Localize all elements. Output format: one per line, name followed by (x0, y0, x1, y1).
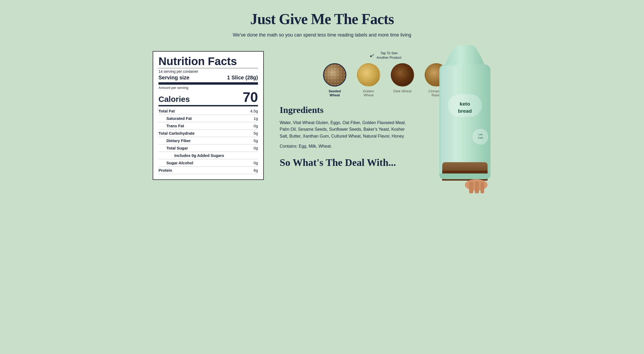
tap-hint: ↙ Tap To See Another Product (370, 51, 401, 60)
nutrition-row-value: 0g (253, 124, 258, 128)
amount-per-serving: Amount per serving (158, 86, 258, 90)
nutrition-row-value: 5g (253, 131, 258, 135)
nutrition-row: Total Fat4.5g (158, 107, 258, 115)
nutrition-row-label: Saturated Fat (166, 116, 192, 121)
product-label-dark: Dark Wheat (393, 89, 412, 93)
nutrition-row-label: Trans Fat (166, 124, 184, 128)
nutrition-row: Protein6g (158, 167, 258, 174)
nutrition-row: Dietary Fiber5g (158, 137, 258, 144)
nutrition-row-label: Dietary Fiber (166, 138, 191, 143)
calories-row: Calories 70 (158, 90, 258, 104)
product-item-golden[interactable]: Golden Wheat (357, 63, 380, 97)
nutrition-facts-title: Nutrition Facts (158, 56, 258, 67)
thick-divider-1 (158, 82, 258, 85)
main-content: Nutrition Facts 14 serving per container… (153, 51, 491, 180)
product-circle-golden (357, 63, 380, 87)
svg-rect-1 (441, 66, 458, 176)
nutrition-row-value: 0g (253, 161, 258, 165)
product-circle-seeded (323, 63, 346, 87)
calories-value: 70 (243, 90, 258, 104)
nutrition-row-label: Total Sugar (166, 146, 188, 150)
nutrition-row: Trans Fat0g (158, 122, 258, 130)
servings-per-container: 14 serving per container (158, 69, 258, 74)
tap-arrow-icon: ↙ (369, 52, 375, 60)
calories-label: Calories (158, 95, 190, 104)
nutrition-row-label: Includes 0g Added Sugars (174, 153, 224, 158)
product-label-golden: Golden Wheat (363, 89, 374, 97)
nutrition-row-label: Total Fat (158, 109, 175, 113)
page-subtitle: We've done the math so you can spend les… (153, 32, 491, 38)
nutrition-row-value: 0g (253, 146, 258, 150)
serving-size-value: 1 Slice (28g) (227, 75, 258, 81)
svg-rect-13 (480, 182, 484, 193)
nutrition-row: Total Carbohydrate5g (158, 130, 258, 137)
nutrition-row: Saturated Fat1g (158, 115, 258, 122)
bread-bag-svg: keto bread Low Carb (423, 43, 507, 202)
product-image-container: keto bread Low Carb (423, 43, 507, 202)
svg-text:keto: keto (460, 101, 470, 107)
svg-rect-11 (469, 182, 473, 193)
nutrition-panel: Nutrition Facts 14 serving per container… (153, 51, 264, 180)
nutrition-row-label: Protein (158, 168, 172, 173)
serving-size-row: Serving size 1 Slice (28g) (158, 75, 258, 81)
svg-rect-12 (475, 181, 479, 193)
nutrition-row: Total Sugar0g (158, 144, 258, 152)
svg-text:bread: bread (458, 108, 472, 114)
page-title: Just Give Me The Facts (153, 11, 491, 28)
nutrition-row-value: 5g (253, 138, 258, 143)
tap-text: Tap To See Another Product (377, 51, 401, 60)
nutrition-rows: Total Fat4.5gSaturated Fat1gTrans Fat0gT… (158, 107, 258, 174)
ingredients-body: Water, Vital Wheat Gluten, Eggs, Oat Fib… (280, 119, 407, 140)
nutrition-row: Includes 0g Added Sugars (158, 152, 258, 159)
svg-text:Low: Low (478, 133, 483, 136)
thin-divider-1 (158, 68, 258, 68)
nutrition-row-value: 1g (253, 116, 258, 121)
nutrition-row-label: Sugar Alcohol (166, 161, 193, 165)
product-label-seeded: Seeded Wheat (329, 89, 341, 97)
product-item-dark[interactable]: Dark Wheat (391, 63, 414, 93)
nutrition-row: Sugar Alcohol0g (158, 159, 258, 167)
nutrition-row-value: 6g (253, 168, 258, 173)
svg-text:Carb: Carb (478, 137, 483, 139)
serving-size-label: Serving size (158, 75, 189, 81)
medium-divider (158, 105, 258, 106)
product-item-seeded[interactable]: Seeded Wheat (323, 63, 346, 97)
product-circle-dark (391, 63, 414, 87)
nutrition-row-value: 4.5g (250, 109, 258, 113)
nutrition-row-label: Total Carbohydrate (158, 131, 194, 135)
